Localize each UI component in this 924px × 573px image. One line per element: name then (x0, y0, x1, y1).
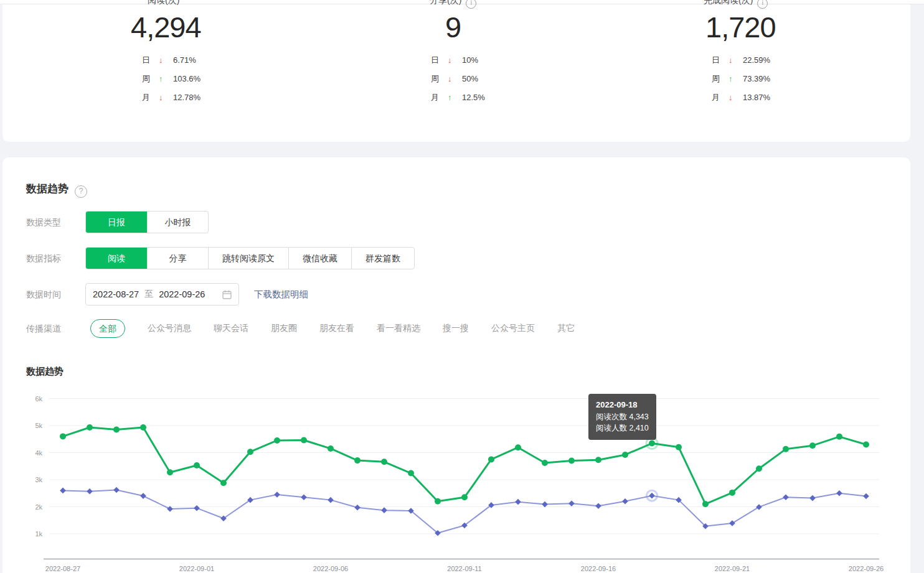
metric-trend-row: 日↓22.59% (712, 55, 770, 67)
data-point (836, 490, 842, 496)
period-label: 月 (712, 92, 728, 103)
period-label: 周 (142, 73, 159, 85)
period-label: 周 (431, 73, 448, 85)
data-point (836, 434, 842, 440)
data-point (301, 494, 307, 500)
data-point (60, 488, 66, 494)
metric-trend-row: 周↑103.6% (142, 73, 200, 86)
metric-title: 完成阅读(次)i (704, 0, 768, 9)
data-point (461, 494, 468, 500)
data-point (167, 469, 173, 475)
info-icon[interactable]: i (466, 0, 476, 9)
data-point (328, 497, 334, 503)
data-point (622, 498, 628, 505)
percent-value: 13.87% (743, 93, 770, 102)
data-point (113, 487, 120, 493)
period-label: 周 (712, 73, 728, 85)
y-axis-tick-label: 5k (35, 422, 42, 429)
tooltip-row: 阅读人数 2,410 (596, 422, 649, 434)
series-line-阅读次数 (63, 427, 866, 504)
data-point (354, 457, 361, 464)
data-point (649, 493, 655, 499)
period-label: 日 (142, 55, 159, 66)
metric-title-text: 完成阅读(次) (704, 0, 753, 5)
percent-value: 6.71% (173, 55, 196, 65)
wechat-mp-analytics-page: 阅读(次)4,294日↓6.71%周↑103.6%月↓12.78%分享(次)i9… (0, 0, 924, 573)
metric-trend-row: 日↓6.71% (142, 55, 196, 67)
arrow-down-icon: ↓ (448, 74, 462, 83)
data-point (381, 507, 387, 513)
data-point (622, 452, 628, 458)
data-point (87, 488, 93, 495)
arrow-down-icon: ↓ (448, 55, 462, 65)
metric-card: 分享(次)i9日↓10%周↓50%月↑12.5% (430, 0, 629, 143)
percent-value: 22.59% (743, 55, 770, 65)
tooltip-row: 阅读次数 4,343 (596, 411, 649, 423)
metric-trend-row: 周↑73.39% (712, 73, 770, 86)
data-point (247, 449, 253, 455)
data-point (140, 424, 146, 431)
chart-tooltip: 2022-09-18 阅读次数 4,343阅读人数 2,410 (588, 394, 656, 440)
data-point (113, 427, 120, 433)
percent-value: 73.39% (743, 74, 770, 83)
arrow-down-icon: ↓ (159, 93, 173, 102)
metric-trend-row: 月↑12.5% (431, 92, 485, 105)
data-point (381, 459, 387, 465)
period-label: 月 (142, 92, 159, 103)
percent-value: 12.5% (462, 93, 485, 102)
metric-title-text: 分享(次) (430, 0, 461, 5)
data-point (542, 460, 548, 466)
data-point (783, 494, 789, 500)
percent-value: 50% (462, 74, 478, 83)
data-point (676, 444, 682, 450)
data-point (515, 499, 521, 505)
x-axis-tick-label: 2022-09-06 (313, 565, 348, 572)
metric-title: 分享(次)i (430, 0, 476, 9)
metric-title-text: 阅读(次) (148, 0, 179, 5)
x-axis-tick-label: 2022-08-27 (45, 565, 80, 572)
metric-value: 1,720 (705, 9, 776, 45)
data-point (595, 457, 601, 463)
data-point (729, 520, 735, 526)
data-point (220, 480, 227, 486)
info-icon[interactable]: i (757, 0, 768, 9)
metric-trend-row: 月↓12.78% (142, 92, 200, 105)
data-point (756, 504, 762, 510)
tooltip-date: 2022-09-18 (596, 399, 649, 411)
arrow-up-icon: ↑ (159, 74, 173, 83)
metric-value: 4,294 (131, 9, 201, 45)
data-point (863, 493, 869, 500)
y-axis-tick-label: 6k (35, 395, 42, 403)
percent-value: 12.78% (173, 93, 200, 102)
period-label: 日 (431, 55, 448, 66)
metric-trend-row: 周↓50% (431, 73, 478, 86)
metric-card: 完成阅读(次)i1,720日↓22.59%周↑73.39%月↓13.87% (704, 0, 903, 143)
period-label: 月 (431, 92, 448, 103)
data-point (328, 445, 334, 452)
y-axis-tick-label: 3k (35, 476, 42, 483)
x-axis-tick-label: 2022-09-26 (849, 565, 884, 572)
data-point (274, 437, 280, 444)
arrow-down-icon: ↓ (159, 55, 173, 65)
metric-title: 阅读(次) (148, 0, 179, 6)
data-point (515, 444, 521, 450)
data-point (809, 495, 816, 501)
percent-value: 103.6% (173, 74, 200, 83)
metric-card: 阅读(次)4,294日↓6.71%周↑103.6%月↓12.78% (131, 0, 330, 143)
x-axis-tick-label: 2022-09-16 (581, 565, 616, 572)
y-axis-tick-label: 2k (35, 503, 42, 511)
metric-trend-row: 月↓13.87% (712, 92, 770, 105)
data-point (809, 442, 816, 449)
data-point (568, 500, 575, 506)
arrow-up-icon: ↑ (728, 74, 743, 83)
arrow-up-icon: ↑ (448, 93, 462, 102)
data-point (435, 498, 441, 505)
data-point (194, 505, 200, 511)
y-axis-tick-label: 4k (35, 449, 42, 457)
data-point (595, 503, 601, 509)
x-axis-tick-label: 2022-09-21 (715, 565, 750, 572)
period-label: 日 (712, 55, 728, 66)
data-point (649, 440, 655, 447)
data-point (194, 462, 200, 468)
data-point (301, 437, 307, 443)
